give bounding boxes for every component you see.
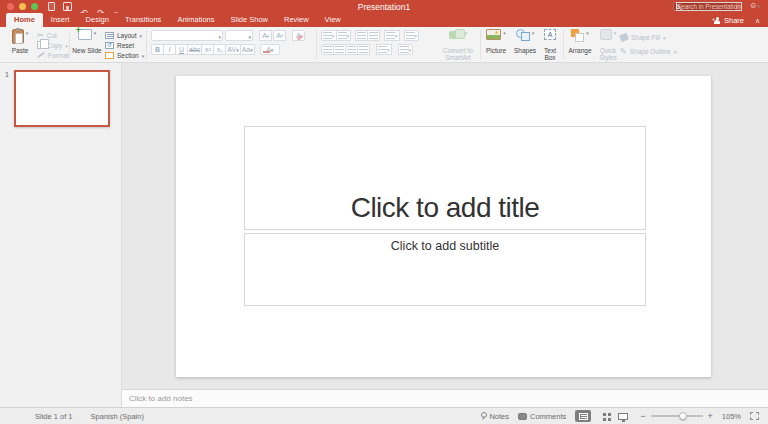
clear-formatting-button[interactable]: A: [292, 30, 305, 41]
feedback-smiley-button[interactable]: [749, 1, 760, 10]
zoom-in-button[interactable]: +: [708, 411, 713, 421]
paste-dropdown-caret-icon[interactable]: [26, 29, 29, 36]
notes-pane[interactable]: Click to add notes: [122, 389, 768, 407]
increase-font-size-button[interactable]: A: [259, 30, 272, 41]
tab-transitions[interactable]: Transitions: [117, 13, 169, 28]
layout-button[interactable]: Layout: [105, 30, 142, 40]
arrange-label: Arrange: [566, 47, 594, 54]
text-direction-icon: [378, 46, 387, 53]
collapse-ribbon-button[interactable]: [755, 17, 760, 25]
share-button[interactable]: + Share: [713, 16, 744, 25]
share-label: Share: [724, 16, 744, 25]
slide-1[interactable]: Click to add title Click to add subtitle: [176, 76, 711, 377]
font-size-select[interactable]: [225, 30, 253, 41]
notes-toggle-label: Notes: [489, 412, 509, 421]
notes-placeholder: Click to add notes: [129, 394, 193, 403]
text-direction-button[interactable]: [376, 44, 392, 55]
tab-home[interactable]: Home: [6, 13, 43, 28]
reset-button[interactable]: Reset: [105, 40, 134, 50]
powerpoint-window: Presentation1 Search in Presentation Hom…: [0, 0, 768, 424]
text-box-label: Text Box: [539, 47, 561, 62]
change-case-label: Aa: [242, 46, 251, 53]
fit-slide-to-window-button[interactable]: [750, 412, 759, 420]
paste-button[interactable]: Paste: [4, 29, 36, 54]
smartart-caret-icon: [465, 29, 468, 36]
document-title: Presentation1: [0, 2, 768, 12]
font-name-caret-icon: [218, 33, 221, 40]
paste-clipboard-icon: [12, 29, 24, 44]
picture-caret-icon[interactable]: [503, 29, 506, 36]
format-label: Format: [48, 52, 69, 59]
line-spacing-button[interactable]: [384, 30, 400, 41]
zoom-slider[interactable]: [651, 415, 703, 417]
line-spacing-caret-icon: [395, 32, 398, 39]
arrange-caret-icon[interactable]: [586, 29, 589, 36]
slide-1-thumbnail[interactable]: [14, 70, 110, 127]
comments-toggle-button[interactable]: Comments: [518, 412, 566, 421]
shapes-button[interactable]: Shapes: [511, 29, 539, 54]
change-case-button[interactable]: Aa: [240, 44, 255, 55]
columns-caret-icon: [415, 32, 418, 39]
align-right-icon: [347, 46, 356, 53]
justify-button[interactable]: [357, 44, 370, 55]
character-spacing-button[interactable]: AV: [225, 44, 240, 55]
numbering-icon: [338, 32, 347, 39]
decrease-indent-icon: [357, 32, 366, 39]
shape-outline-icon: [620, 47, 627, 56]
increase-indent-button[interactable]: [367, 30, 380, 41]
language-status[interactable]: Spanish (Spain): [91, 412, 144, 421]
char-spacing-label: AV: [227, 46, 236, 53]
strikethrough-button[interactable]: abc: [187, 44, 202, 55]
slide-show-button[interactable]: [615, 410, 631, 422]
align-text-button[interactable]: [398, 44, 414, 55]
shrink-font-label: A: [276, 32, 281, 39]
slide-sorter-view-button[interactable]: [595, 410, 611, 422]
text-box-button[interactable]: A Text Box: [539, 29, 561, 62]
tab-insert[interactable]: Insert: [43, 13, 78, 28]
section-dropdown-caret-icon: [142, 52, 145, 59]
line-spacing-icon: [386, 32, 395, 39]
numbering-button[interactable]: [336, 30, 352, 41]
shapes-caret-icon[interactable]: [532, 29, 535, 36]
search-box[interactable]: Search in Presentation: [673, 2, 737, 11]
font-name-select[interactable]: [151, 30, 223, 41]
bullets-button[interactable]: [321, 30, 337, 41]
copy-button[interactable]: Copy: [37, 40, 68, 50]
normal-view-button[interactable]: [575, 410, 591, 422]
font-color-button[interactable]: A: [260, 44, 280, 55]
tab-animations[interactable]: Animations: [169, 13, 222, 28]
decrease-font-size-button[interactable]: A: [273, 30, 286, 41]
title-placeholder[interactable]: Click to add title: [244, 126, 646, 230]
format-painter-button[interactable]: Format: [37, 50, 69, 60]
quick-styles-button[interactable]: Quick Styles: [595, 29, 621, 62]
shape-fill-button[interactable]: Shape Fill: [620, 31, 665, 43]
section-label: Section: [117, 52, 139, 59]
group-divider: [563, 30, 564, 59]
zoom-level[interactable]: 105%: [722, 412, 741, 421]
layout-label: Layout: [117, 32, 137, 39]
zoom-out-button[interactable]: −: [640, 411, 645, 421]
section-button[interactable]: Section: [105, 50, 144, 60]
comments-icon: [518, 413, 527, 420]
tab-slide-show[interactable]: Slide Show: [222, 13, 276, 28]
char-spacing-caret-icon: [236, 46, 239, 53]
tab-design[interactable]: Design: [78, 13, 117, 28]
zoom-slider-handle[interactable]: [679, 412, 687, 420]
ribbon-tab-bar: Home Insert Design Transitions Animation…: [0, 13, 768, 27]
new-slide-button[interactable]: New Slide: [72, 29, 102, 54]
format-painter-brush-icon: [37, 52, 45, 58]
tab-review[interactable]: Review: [276, 13, 317, 28]
share-person-icon: +: [713, 17, 721, 25]
columns-button[interactable]: [404, 30, 420, 41]
arrange-button[interactable]: Arrange: [566, 29, 594, 54]
convert-to-smartart-button[interactable]: Convert to SmartArt: [436, 29, 480, 62]
font-size-caret-icon: [248, 33, 251, 40]
notes-toggle-button[interactable]: Notes: [479, 412, 509, 421]
picture-button[interactable]: Picture: [482, 29, 510, 54]
normal-view-icon: [579, 413, 588, 420]
new-slide-dropdown-caret-icon[interactable]: [94, 29, 97, 36]
tab-view[interactable]: View: [317, 13, 349, 28]
subtitle-placeholder[interactable]: Click to add subtitle: [244, 233, 646, 306]
shape-outline-button[interactable]: Shape Outline: [620, 45, 676, 57]
reset-icon: [105, 42, 114, 49]
